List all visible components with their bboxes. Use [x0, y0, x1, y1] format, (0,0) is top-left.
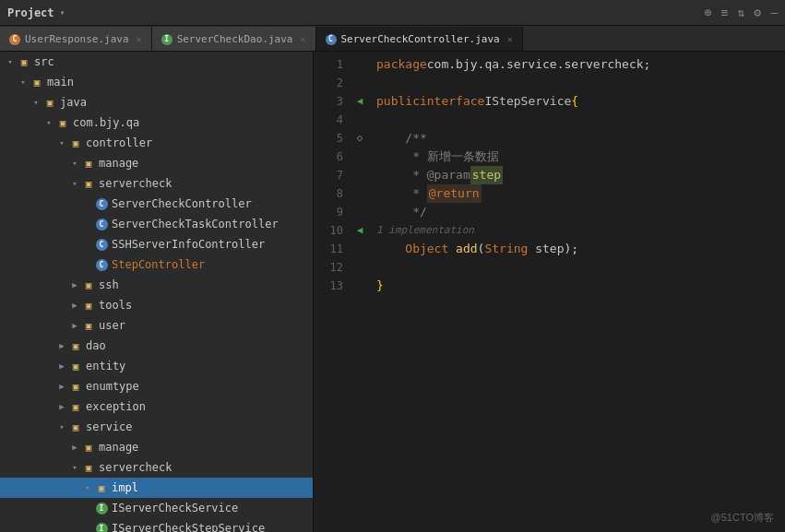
tree-icon-19: ▣	[81, 440, 96, 455]
tree-item-9[interactable]: CSSHServerInfoController	[0, 234, 313, 254]
tree-item-19[interactable]: ▶▣manage	[0, 437, 313, 457]
line-num-8: 8	[314, 184, 343, 203]
minimize-icon[interactable]: —	[770, 6, 778, 19]
line-num-2: 2	[314, 74, 343, 92]
list-icon[interactable]: ≡	[721, 6, 729, 19]
code-line-1[interactable]: package com.bjy.qa.service.servercheck;	[376, 55, 778, 74]
line-numbers: 12345678910111213	[314, 52, 351, 532]
tree-icon-14: ▣	[68, 338, 83, 353]
tree-item-17[interactable]: ▶▣exception	[0, 396, 313, 417]
tree-item-23[interactable]: IIServerCheckStepService	[0, 518, 313, 532]
tree-label-21: impl	[112, 481, 138, 494]
tree-arrow-6[interactable]: ▾	[68, 179, 81, 188]
tree-arrow-20[interactable]: ▾	[68, 463, 81, 472]
tree-label-22: IServerCheckService	[112, 502, 238, 514]
code-line-9[interactable]: */	[376, 203, 778, 221]
tree-item-0[interactable]: ▾▣src	[0, 52, 313, 72]
tree-item-12[interactable]: ▶▣tools	[0, 295, 313, 315]
tree-arrow-17[interactable]: ▶	[55, 402, 68, 411]
tree-arrow-15[interactable]: ▶	[55, 361, 68, 371]
tree-icon-0: ▣	[17, 54, 31, 69]
code-line-8[interactable]: * @return	[376, 184, 778, 203]
tree-item-10[interactable]: CStepController	[0, 254, 313, 275]
line-num-5: 5	[314, 129, 343, 148]
tree-item-22[interactable]: IIServerCheckService	[0, 498, 313, 518]
tree-arrow-4[interactable]: ▾	[55, 138, 68, 148]
tree-icon-9: C	[94, 237, 109, 252]
tree-item-16[interactable]: ▶▣enumtype	[0, 376, 313, 396]
tree-icon-17: ▣	[68, 399, 83, 414]
tree-label-8: ServerCheckTaskController	[112, 218, 279, 231]
tab-close-ServerCheckDao[interactable]: ✕	[300, 34, 305, 44]
line-num-13: 13	[314, 277, 343, 295]
tree-icon-10: C	[94, 257, 109, 272]
tree-label-14: dao	[86, 339, 106, 352]
settings-icon[interactable]: ⚙	[754, 6, 761, 19]
code-line-6[interactable]: * 新增一条数据	[376, 148, 778, 166]
code-line-5[interactable]: /**	[376, 129, 778, 148]
gutter-4	[351, 111, 369, 129]
tree-arrow-14[interactable]: ▶	[55, 341, 68, 350]
tree-arrow-5[interactable]: ▾	[68, 159, 81, 168]
gutter-impl-icon[interactable]: ◀	[357, 221, 363, 240]
tree-item-8[interactable]: CServerCheckTaskController	[0, 214, 313, 234]
tree-arrow-11[interactable]: ▶	[68, 280, 81, 290]
tree-arrow-19[interactable]: ▶	[68, 443, 81, 452]
tab-close-ServerCheckController[interactable]: ✕	[507, 34, 513, 44]
tree-item-13[interactable]: ▶▣user	[0, 315, 313, 336]
tree-item-3[interactable]: ▾▣com.bjy.qa	[0, 112, 313, 133]
tab-ServerCheckDao[interactable]: IServerCheckDao.java✕	[152, 27, 316, 51]
gutter-13	[351, 277, 369, 295]
tree-arrow-21[interactable]: ▾	[81, 483, 94, 492]
add-icon[interactable]: ⊕	[705, 6, 712, 19]
tree-item-21[interactable]: ▾▣impl	[0, 478, 313, 498]
gutter-impl-icon[interactable]: ◀	[357, 92, 363, 111]
tree-label-12: tools	[99, 299, 132, 312]
tree-arrow-12[interactable]: ▶	[68, 301, 81, 310]
tree-item-18[interactable]: ▾▣service	[0, 417, 313, 437]
tree-item-20[interactable]: ▾▣servercheck	[0, 457, 313, 478]
code-line-12[interactable]: }	[376, 277, 778, 295]
sort-icon[interactable]: ⇅	[738, 6, 745, 19]
tree-arrow-2[interactable]: ▾	[30, 98, 42, 107]
tree-item-15[interactable]: ▶▣entity	[0, 356, 313, 376]
tree-icon-21: ▣	[94, 480, 109, 495]
line-num-12: 12	[314, 258, 343, 277]
gutter-area: ◀◇◀	[351, 52, 369, 532]
code-line-10[interactable]: 1 implementation Object add(String step)…	[376, 221, 778, 258]
tree-item-14[interactable]: ▶▣dao	[0, 336, 313, 356]
tab-icon-ServerCheckController: C	[326, 32, 337, 45]
tree-label-19: manage	[99, 441, 138, 454]
tab-close-UserResponse[interactable]: ✕	[137, 34, 142, 44]
tree-item-6[interactable]: ▾▣servercheck	[0, 173, 313, 194]
project-dropdown-icon[interactable]: ▾	[60, 7, 65, 18]
code-line-11[interactable]	[376, 258, 778, 277]
tree-label-13: user	[99, 319, 125, 332]
tree-item-4[interactable]: ▾▣controller	[0, 133, 313, 153]
tree-arrow-0[interactable]: ▾	[4, 57, 17, 66]
tree-item-2[interactable]: ▾▣java	[0, 92, 313, 112]
tab-UserResponse[interactable]: CUserResponse.java✕	[0, 27, 152, 51]
tree-arrow-13[interactable]: ▶	[68, 321, 81, 330]
line-num-10: 10	[314, 221, 343, 240]
tree-arrow-16[interactable]: ▶	[55, 382, 68, 391]
tree-arrow-1[interactable]: ▾	[17, 77, 30, 87]
code-line-3[interactable]: public interface IStepService {	[376, 92, 778, 111]
tree-icon-18: ▣	[68, 420, 83, 434]
gutter-1	[351, 55, 369, 74]
tree-item-5[interactable]: ▾▣manage	[0, 153, 313, 173]
tab-ServerCheckController[interactable]: CServerCheckController.java✕	[316, 27, 523, 51]
tree-item-1[interactable]: ▾▣main	[0, 72, 313, 92]
tree-label-23: IServerCheckStepService	[112, 522, 265, 532]
code-line-4[interactable]	[376, 111, 778, 129]
tree-item-7[interactable]: CServerCheckController	[0, 194, 313, 214]
tree-icon-16: ▣	[68, 379, 83, 394]
gutter-11	[351, 240, 369, 258]
tree-item-11[interactable]: ▶▣ssh	[0, 275, 313, 295]
tree-arrow-3[interactable]: ▾	[42, 118, 55, 127]
code-line-2[interactable]	[376, 74, 778, 92]
code-lines[interactable]: package com.bjy.qa.service.servercheck;p…	[369, 52, 785, 532]
code-line-13[interactable]	[376, 295, 778, 313]
tree-arrow-18[interactable]: ▾	[55, 422, 68, 432]
code-line-7[interactable]: * @param step	[376, 166, 778, 184]
